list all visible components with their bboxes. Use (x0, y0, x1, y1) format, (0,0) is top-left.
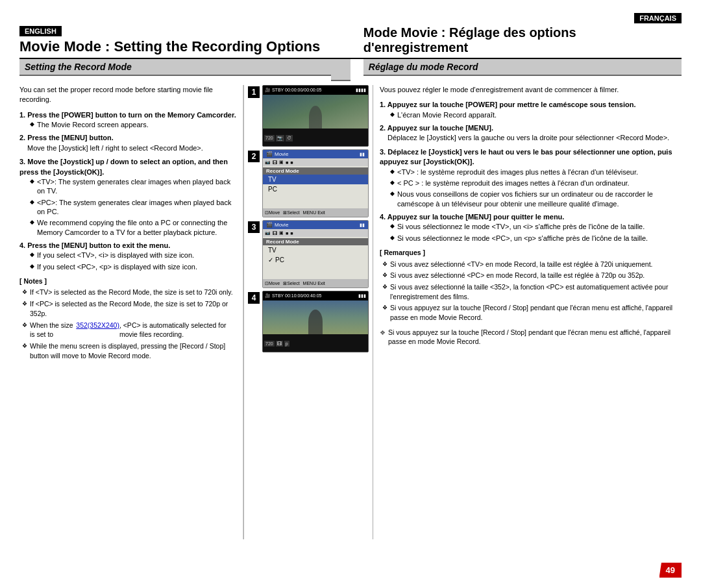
screen2-toolbar-icon2: 🎞 (273, 160, 277, 165)
screen3-toolbar-icon2: 🎞 (273, 231, 277, 236)
shot-row-1: 1 🎥 STBY 00:00:00/00:00:05 ▮▮▮▮ (248, 85, 369, 147)
screen2-footer-select: ⊠Select (283, 210, 299, 215)
section-title-left: Setting the Record Mode (19, 59, 331, 76)
step2-label: 2. Press the [MENU] button. (19, 134, 114, 141)
r-step4-bullet2: Si vous sélectionnez le mode <PC>, un <p… (390, 234, 682, 243)
screen2-movie-label: Movie (275, 151, 288, 157)
step2-text: Move the [Joystick] left / right to sele… (19, 143, 236, 153)
note1: If <TV> is selected as the Record Mode, … (19, 288, 236, 297)
remarques-title: [ Remarques ] (380, 248, 682, 258)
screen2-footer-move: ⊡Move (265, 210, 280, 215)
notes-title: [ Notes ] (19, 276, 236, 286)
screen2-toolbar-icon4: ■ (286, 160, 288, 165)
screen3-toolbar-icon5: ■ (290, 231, 293, 236)
screen-1: 🎥 STBY 00:00:00/00:00:05 ▮▮▮▮ 720 📷 ⏱ (262, 85, 369, 147)
screen2-toolbar-icon5: ■ (290, 160, 293, 165)
screen3-menu-item-pc: ✓PC (263, 255, 368, 265)
right-column: Vous pouvez régler le mode d'enregistrem… (373, 85, 682, 539)
title-left: Movie Mode : Setting the Recording Optio… (19, 38, 350, 55)
r-note1: Si vous avez sélectionné <TV> en mode Re… (380, 260, 682, 269)
step3-bullet1: <TV>: The system generates clear images … (30, 177, 236, 196)
link-352: 352(352X240) (76, 321, 119, 330)
step-num-4: 4 (248, 292, 260, 304)
shot-row-2: 2 🎬 Movie ▮▮ 📷 🎞 ▣ ■ ■ Record Mode (248, 149, 369, 217)
screen-3: 🎬 Movie ▮▮ 📷 🎞 ▣ ■ ■ Record Mode TV ✓ (262, 220, 369, 288)
r-note2: Si vous avez sélectionné <PC> en mode Re… (380, 271, 682, 280)
step3-bullet2: <PC>: The system generates clear images … (30, 198, 236, 217)
screen3-movie-icon: 🎬 (266, 222, 273, 228)
shot-row-3: 3 🎬 Movie ▮▮ 📷 🎞 ▣ ■ ■ Record Mode (248, 220, 369, 288)
screen1-icon: 🎥 STBY 00:00:00/00:00:05 (265, 88, 322, 93)
screen2-footer-exit: MENU Exit (303, 210, 325, 215)
page: ENGLISH Movie Mode : Setting the Recordi… (0, 0, 701, 588)
note2: If <PC> is selected as the Record Mode, … (19, 299, 236, 318)
screen1-status: ▮▮▮▮ (356, 88, 366, 93)
page-number: 49 (659, 563, 682, 578)
screen3-footer-exit: MENU Exit (303, 281, 325, 286)
step-num-2: 2 (248, 151, 260, 162)
r-step3-bullet2: < PC > : le système reproduit des images… (390, 178, 682, 188)
r-step3-label: 3. Déplacez le [Joystick] vers le haut o… (380, 148, 672, 165)
step3-label: 3. Move the [Joystick] up / down to sele… (19, 158, 228, 175)
screen4-icon: 🎥 STBY 00:10:00/00:40:05 (265, 293, 322, 299)
step4-bullet1: If you select <TV>, <i> is displayed wit… (30, 251, 236, 260)
step4-bullet2: If you select <PC>, <p> is displayed wit… (30, 262, 236, 271)
r-step1-label: 1. Appuyez sur la touche [POWER] pour me… (380, 101, 635, 108)
step1-label: 1. Press the [POWER] button to turn on t… (19, 111, 236, 119)
screen3-checkmark-icon: ✓ (268, 256, 273, 263)
section-title-right: Réglage du mode Record (363, 59, 682, 76)
left-column: You can set the proper record mode befor… (19, 85, 243, 539)
step3-bullet3: We recommend copying the file onto a PC … (30, 218, 236, 237)
screen3-menu-item-tv: TV (263, 245, 368, 255)
francais-badge: FRANÇAIS (634, 13, 682, 23)
screen3-movie-label: Movie (275, 222, 288, 228)
remarques-box: [ Remarques ] Si vous avez sélectionné <… (380, 248, 682, 323)
screen-4: 🎥 STBY 00:10:00/00:40:05 ▮▮▮ 720 🎞 p (262, 291, 369, 352)
screen3-toolbar-icon1: 📷 (265, 230, 271, 236)
screen2-footer: ⊡Move ⊠Select MENU Exit (263, 208, 368, 217)
step4-label: 4. Press the [MENU] button to exit the m… (19, 241, 170, 249)
screen2-menu-title: Record Mode (263, 167, 368, 175)
r-note3: Si vous avez sélectionné la taille <352>… (380, 282, 682, 301)
screen2-movie-icon: 🎬 (266, 151, 273, 157)
screenshots-column: 1 🎥 STBY 00:00:00/00:00:05 ▮▮▮▮ (243, 85, 373, 539)
screen-2: 🎬 Movie ▮▮ 📷 🎞 ▣ ■ ■ Record Mode TV PC (262, 149, 369, 217)
screen3-footer-move: ⊡Move (265, 281, 280, 286)
r-step1-bullet1: L'écran Movie Record apparaît. (390, 110, 682, 119)
diamond-icon: ❖ (380, 328, 386, 337)
english-badge: ENGLISH (19, 26, 62, 36)
r-final-note: ❖ Si vous appuyez sur la touche [Record … (380, 328, 682, 347)
r-step4-bullet1: Si vous sélectionnez le mode <TV>, un <i… (390, 222, 682, 231)
step-num-1: 1 (248, 86, 260, 98)
left-steps: 1. Press the [POWER] button to turn on t… (19, 110, 236, 271)
screen2-menu-item-pc: PC (263, 184, 368, 194)
step1-bullet1: The Movie Record screen appears. (30, 120, 236, 129)
screen4-status: ▮▮▮ (358, 293, 366, 299)
step-num-3: 3 (248, 221, 260, 233)
r-note4: Si vous appuyez sur la touche [Record / … (380, 303, 682, 322)
screen3-toolbar-icon4: ■ (286, 231, 288, 236)
r-step3-bullet1: <TV> : le système reproduit des images p… (390, 167, 682, 177)
screen2-toolbar-icon1: 📷 (265, 160, 271, 165)
shot-row-4: 4 🎥 STBY 00:10:00/00:40:05 ▮▮▮ 720 🎞 p (248, 291, 369, 352)
r-step2-label: 2. Appuyez sur la touche [MENU]. (380, 124, 493, 132)
r-step2-text: Déplacez le [Joystick] vers la gauche ou… (380, 133, 682, 143)
right-intro: Vous pouvez régler le mode d'enregistrem… (380, 85, 682, 95)
screen3-toolbar-icon3: ▣ (279, 230, 284, 236)
note4: While the menu screen is displayed, pres… (19, 341, 236, 360)
screen3-menu-title: Record Mode (263, 238, 368, 245)
title-right: Mode Movie : Réglage des options d'enreg… (363, 25, 682, 55)
screen3-footer: ⊡Move ⊠Select MENU Exit (263, 279, 368, 288)
r-step4-label: 4. Appuyez sur la touche [MENU] pour qui… (380, 213, 564, 221)
screen3-indicator: ▮▮ (360, 223, 365, 228)
screen2-toolbar-icon3: ▣ (279, 160, 284, 165)
r-step3-bullet3: Nous vous conseillons de copier vos fich… (390, 190, 682, 208)
note3: When the size is set to 352(352X240), <P… (19, 321, 236, 339)
left-intro: You can set the proper record mode befor… (19, 85, 236, 105)
notes-box: [ Notes ] If <TV> is selected as the Rec… (19, 276, 236, 361)
screen3-footer-select: ⊠Select (283, 281, 299, 286)
screen2-indicator: ▮▮ (360, 152, 365, 157)
screen2-menu-item-tv: TV (263, 175, 368, 184)
right-steps: 1. Appuyez sur la touche [POWER] pour me… (380, 100, 682, 242)
